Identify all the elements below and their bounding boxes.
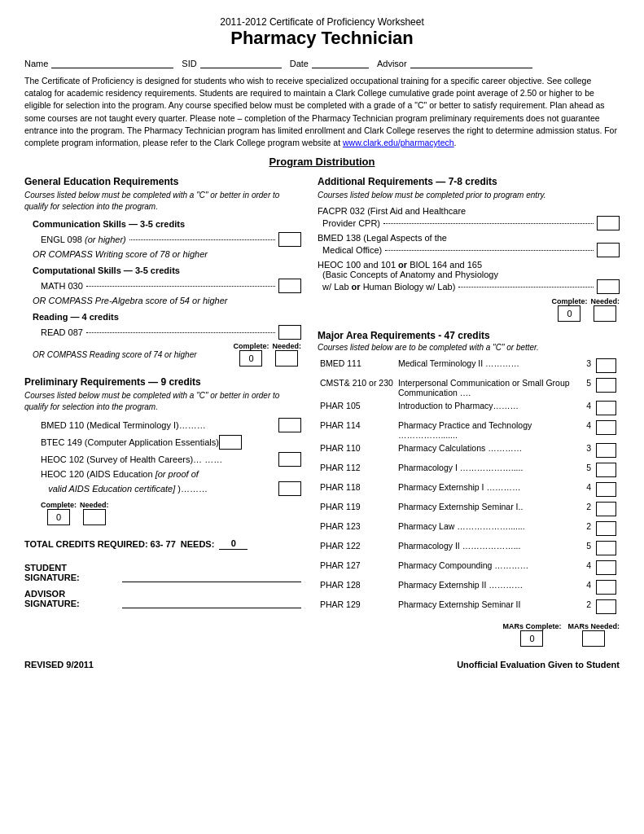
bmed-110-input[interactable] xyxy=(278,418,301,432)
subtitle: 2011-2012 Certificate of Proficiency Wor… xyxy=(24,16,620,28)
facpr-row: FACPR 032 (First Aid and Healthcare xyxy=(318,206,620,216)
engl-098-input[interactable] xyxy=(278,232,301,247)
left-column: General Education Requirements Courses l… xyxy=(24,176,301,615)
course-num-7: PHAR 119 xyxy=(318,500,396,520)
heoc-120-input[interactable] xyxy=(278,481,301,496)
course-input-2[interactable] xyxy=(596,401,616,415)
course-num-8: PHAR 123 xyxy=(318,520,396,539)
read-dots xyxy=(86,332,275,333)
prelim-heading: Preliminary Requirements — 9 credits xyxy=(24,376,301,388)
comp-or-line: OR COMPASS Pre-Algebra score of 54 or hi… xyxy=(33,296,301,305)
course-credits-9: 5 xyxy=(577,539,594,559)
engl-098-label: ENGL 098 (or higher) xyxy=(41,235,126,244)
btec-149-label: BTEC 149 (Computer Application Essential… xyxy=(41,437,219,447)
prelim-needed-box[interactable] xyxy=(83,509,106,525)
course-input-10[interactable] xyxy=(596,560,616,575)
sid-line[interactable] xyxy=(200,57,282,68)
heoc-120-label-1: HEOC 120 (AIDS Education [or proof of xyxy=(41,469,199,479)
compass-reading-label: OR COMPASS Reading score of 74 or higher xyxy=(33,350,197,359)
course-num-1: CMST& 210 or 230 xyxy=(318,376,396,399)
course-input-cell-9 xyxy=(594,539,620,559)
additional-complete-box[interactable]: 0 xyxy=(558,305,580,322)
course-input-4[interactable] xyxy=(596,443,616,458)
student-sig-row: STUDENT SIGNATURE: xyxy=(24,563,301,582)
reading-complete-col: Complete: 0 xyxy=(233,342,269,367)
course-input-1[interactable] xyxy=(596,378,616,393)
course-input-3[interactable] xyxy=(596,420,616,435)
course-credits-5: 5 xyxy=(577,461,594,481)
info-row: Name SID Date Advisor xyxy=(24,57,620,68)
engl-098-line: ENGL 098 (or higher) xyxy=(41,232,301,247)
date-field: Date xyxy=(290,57,369,68)
course-input-7[interactable] xyxy=(596,502,616,516)
reading-needed-col: Needed: xyxy=(272,342,301,367)
course-input-11[interactable] xyxy=(596,580,616,595)
facpr-label2: Provider CPR) xyxy=(318,218,380,228)
prelim-subheading: Courses listed below must be completed w… xyxy=(24,390,301,413)
course-name-12: Pharmacy Externship Seminar II xyxy=(396,598,577,617)
website-link[interactable]: www.clark.edu/pharmacytech xyxy=(343,138,454,147)
course-credits-12: 2 xyxy=(577,598,594,617)
mars-complete-box[interactable]: 0 xyxy=(520,630,543,647)
facpr-row2: Provider CPR) xyxy=(318,216,620,230)
table-row: PHAR 129 Pharmacy Externship Seminar II … xyxy=(318,598,620,617)
sid-label: SID xyxy=(182,59,196,68)
course-num-4: PHAR 110 xyxy=(318,441,396,461)
read-087-input[interactable] xyxy=(278,325,301,340)
reading-complete-box[interactable]: 0 xyxy=(239,350,262,367)
course-input-9[interactable] xyxy=(596,541,616,555)
prelim-complete-needed: Complete: 0 Needed: xyxy=(41,501,301,525)
bmed-138-input[interactable] xyxy=(597,243,620,257)
course-input-6[interactable] xyxy=(596,482,616,497)
course-credits-2: 4 xyxy=(577,399,594,419)
mars-needed-col: MARs Needed: xyxy=(567,622,620,647)
course-name-8: Pharmacy Law ………………....... xyxy=(396,520,577,539)
additional-needed-box[interactable] xyxy=(594,305,616,322)
date-line[interactable] xyxy=(312,57,369,68)
comm-or-line: OR COMPASS Writing score of 78 or higher xyxy=(33,249,301,259)
btec-149-input[interactable] xyxy=(219,435,242,450)
facpr-input[interactable] xyxy=(597,216,620,230)
bmed-138-line1: BMED 138 (Legal Aspects of the xyxy=(318,233,620,243)
math-030-label: MATH 030 xyxy=(41,281,83,291)
course-num-11: PHAR 128 xyxy=(318,578,396,598)
advisor-sig-label: ADVISOR SIGNATURE: xyxy=(24,589,119,608)
math-030-input[interactable] xyxy=(278,279,301,293)
name-line[interactable] xyxy=(51,57,173,68)
course-name-9: Pharmacology II ………………... xyxy=(396,539,577,559)
heoc-102-input[interactable] xyxy=(278,452,301,467)
mars-complete-col: MARs Complete: 0 xyxy=(502,622,561,647)
course-input-5[interactable] xyxy=(596,463,616,477)
heoc-dots xyxy=(458,287,594,288)
heoc-biol-input[interactable] xyxy=(597,279,620,294)
reading-needed-box[interactable] xyxy=(275,350,298,367)
mars-needed-box[interactable] xyxy=(582,630,605,647)
table-row: PHAR 127 Pharmacy Compounding ………… 4 xyxy=(318,559,620,578)
advisor-line[interactable] xyxy=(410,57,532,68)
student-sig-line[interactable] xyxy=(122,571,301,582)
additional-complete-needed: Complete: 0 Needed: xyxy=(318,297,620,322)
prelim-needed-label: Needed: xyxy=(80,501,109,509)
course-num-3: PHAR 114 xyxy=(318,419,396,441)
course-input-12[interactable] xyxy=(596,599,616,614)
advisor-label: Advisor xyxy=(377,59,407,68)
prelim-section: Preliminary Requirements — 9 credits Cou… xyxy=(24,376,301,525)
course-credits-0: 3 xyxy=(577,357,594,376)
course-input-8[interactable] xyxy=(596,521,616,536)
course-input-cell-2 xyxy=(594,399,620,419)
advisor-sig-line[interactable] xyxy=(122,597,301,608)
math-dots xyxy=(86,286,275,287)
course-input-cell-4 xyxy=(594,441,620,461)
course-input-0[interactable] xyxy=(596,358,616,373)
prelim-complete-box[interactable]: 0 xyxy=(47,509,70,525)
additional-needed-label: Needed: xyxy=(590,297,620,305)
table-row: PHAR 110 Pharmacy Calculations ………… 3 xyxy=(318,441,620,461)
btec-149-line: BTEC 149 (Computer Application Essential… xyxy=(41,435,301,450)
needs-value[interactable]: 0 xyxy=(219,538,248,550)
course-input-cell-11 xyxy=(594,578,620,598)
student-sig-label: STUDENT SIGNATURE: xyxy=(24,563,119,582)
course-name-0: Medical Terminology II ………… xyxy=(396,357,577,376)
heoc-120-line-2: valid AIDS Education certificate] )……… xyxy=(41,481,301,496)
mars-section: MARs Complete: 0 MARs Needed: xyxy=(318,622,620,647)
table-row: PHAR 112 Pharmacology I ………………..... 5 xyxy=(318,461,620,481)
